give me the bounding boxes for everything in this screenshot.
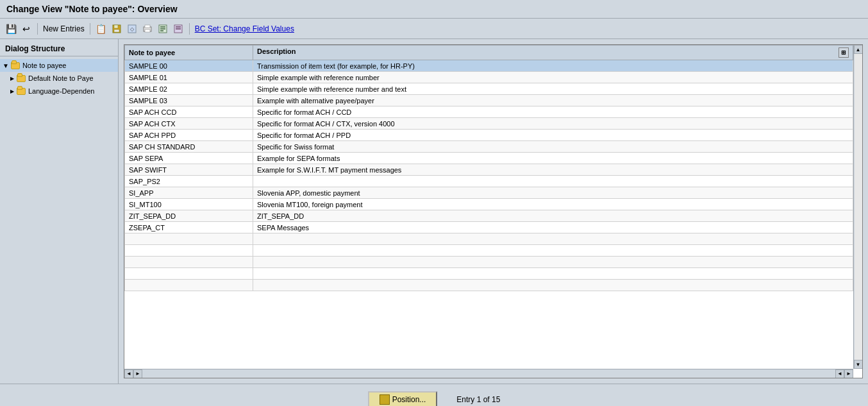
svg-rect-2 (114, 30, 119, 32)
description-cell: Specific for format ACH / PPD (253, 130, 853, 141)
table-row[interactable] (125, 257, 853, 268)
sidebar-item-label-3: Language-Dependen (28, 87, 94, 95)
payee-cell: SAP CH STANDARD (125, 141, 253, 153)
payee-cell: SAMPLE 01 (125, 72, 253, 83)
table-row[interactable]: SAMPLE 01Simple example with reference n… (125, 72, 853, 83)
position-button[interactable]: Position... (368, 391, 438, 407)
scroll-thumb[interactable] (855, 54, 862, 360)
upload-icon[interactable]: ◇ (126, 23, 138, 35)
expand-arrow-icon-3: ▶ (10, 89, 14, 94)
toolbar-separator-3 (189, 23, 190, 35)
back-icon[interactable]: ↩ (21, 23, 32, 35)
table-row[interactable]: SAMPLE 00Transmission of item text (for … (125, 60, 853, 72)
payee-cell: SAP ACH CTX (125, 118, 253, 130)
svg-text:◇: ◇ (130, 26, 135, 32)
svg-rect-1 (114, 25, 118, 28)
svg-rect-13 (176, 26, 181, 28)
svg-rect-14 (176, 28, 181, 30)
payee-cell (125, 245, 253, 257)
payee-cell: SAP ACH CCD (125, 106, 253, 118)
description-cell (253, 233, 853, 245)
svg-rect-7 (145, 30, 150, 32)
position-icon (380, 394, 390, 405)
payee-cell: SAMPLE 00 (125, 60, 253, 72)
bottom-bar: Position... Entry 1 of 15 (0, 384, 868, 406)
table-row[interactable]: SAP_PS2 (125, 176, 853, 187)
data-table-wrapper: ▲ ▼ Note to payee Description ⊞ (124, 44, 863, 378)
table-row[interactable]: SI_APPSlovenia APP, domestic payment (125, 187, 853, 199)
hscroll-left-arrow[interactable]: ◄ (124, 369, 133, 378)
table-row[interactable]: SAMPLE 02Simple example with reference n… (125, 83, 853, 95)
table-row[interactable]: SAP ACH PPDSpecific for format ACH / PPD (125, 130, 853, 141)
description-cell: Specific for Swiss format (253, 141, 853, 153)
entry-info: Entry 1 of 15 (456, 395, 500, 404)
table-row[interactable]: SI_MT100Slovenia MT100, foreign payment (125, 199, 853, 210)
hscroll-far-left-arrow[interactable]: ◄ (835, 369, 844, 378)
toolbar-separator-2 (90, 23, 90, 35)
hscroll-far-right-arrow[interactable]: ► (844, 369, 853, 378)
table-row[interactable]: ZIT_SEPA_DDZIT_SEPA_DD (125, 210, 853, 222)
data-table: Note to payee Description ⊞ SAMPLE 00Tra… (124, 45, 853, 291)
main-area: Dialog Structure ▼ Note to payee ▶ Defau… (0, 39, 868, 384)
table-row[interactable] (125, 245, 853, 257)
bc-set-label[interactable]: BC Set: Change Field Values (195, 24, 294, 33)
payee-cell (125, 268, 253, 280)
description-cell: Specific for format ACH / CTX, version 4… (253, 118, 853, 130)
sidebar-item-language-depend[interactable]: ▶ Language-Dependen (0, 85, 118, 97)
payee-cell (125, 280, 253, 291)
folder-icon (10, 60, 21, 71)
scroll-up-arrow[interactable]: ▲ (854, 45, 863, 54)
payee-cell (125, 233, 253, 245)
scroll-down-arrow[interactable]: ▼ (854, 360, 863, 369)
column-config-icon[interactable]: ⊞ (839, 47, 849, 58)
copy-icon[interactable]: 📋 (96, 23, 107, 35)
table-row[interactable] (125, 280, 853, 291)
svg-rect-9 (160, 26, 165, 28)
description-cell: SEPA Messages (253, 222, 853, 233)
table-row[interactable]: SAP ACH CTXSpecific for format ACH / CTX… (125, 118, 853, 130)
table-header: Note to payee Description ⊞ (125, 46, 853, 60)
description-cell: Example with alternative payee/payer (253, 95, 853, 106)
sidebar-title: Dialog Structure (0, 42, 118, 56)
table-row[interactable]: SAP ACH CCDSpecific for format ACH / CCD (125, 106, 853, 118)
vertical-scrollbar[interactable]: ▲ ▼ (853, 45, 862, 369)
horizontal-scrollbar[interactable]: ◄ ► ◄ ► (124, 369, 853, 378)
expand-arrow-icon: ▼ (3, 62, 9, 69)
table-row[interactable]: SAP SEPAExample for SEPA formats (125, 153, 853, 164)
sidebar-item-note-to-payee[interactable]: ▼ Note to payee (0, 59, 118, 72)
table-row[interactable] (125, 233, 853, 245)
config-icon[interactable] (172, 23, 184, 35)
table-row[interactable] (125, 268, 853, 280)
description-cell: Slovenia MT100, foreign payment (253, 199, 853, 210)
description-cell (253, 257, 853, 268)
title-bar: Change View "Note to payee": Overview (0, 0, 868, 19)
table-row[interactable]: SAMPLE 03Example with alternative payee/… (125, 95, 853, 106)
toolbar-separator-1 (37, 23, 38, 35)
description-cell: Specific for format ACH / CCD (253, 106, 853, 118)
sidebar-item-default-note[interactable]: ▶ Default Note to Paye (0, 72, 118, 85)
description-cell: Simple example with reference number (253, 72, 853, 83)
floppy-icon[interactable] (111, 23, 122, 35)
note-to-payee-header: Note to payee (125, 46, 253, 60)
save-icon[interactable]: 💾 (5, 23, 17, 35)
sidebar-item-label-2: Default Note to Paye (28, 74, 94, 82)
print-icon[interactable] (142, 23, 153, 35)
new-entries-button[interactable]: New Entries (43, 24, 85, 33)
sidebar: Dialog Structure ▼ Note to payee ▶ Defau… (0, 39, 119, 384)
table-row[interactable]: ZSEPA_CTSEPA Messages (125, 222, 853, 233)
folder-icon-2 (16, 73, 26, 83)
folder-icon-3 (16, 86, 26, 96)
print2-icon[interactable] (157, 23, 169, 35)
description-cell: Slovenia APP, domestic payment (253, 187, 853, 199)
table-row[interactable]: SAP SWIFTExample for S.W.I.F.T. MT payme… (125, 164, 853, 176)
svg-rect-11 (160, 30, 163, 31)
svg-rect-10 (160, 28, 165, 30)
description-cell (253, 280, 853, 291)
payee-cell: SAP SEPA (125, 153, 253, 164)
table-row[interactable]: SAP CH STANDARDSpecific for Swiss format (125, 141, 853, 153)
description-cell (253, 245, 853, 257)
hscroll-right-arrow[interactable]: ► (133, 369, 142, 378)
description-header: Description ⊞ (253, 46, 853, 60)
position-button-label: Position... (392, 395, 426, 404)
sidebar-item-label: Note to payee (22, 62, 67, 69)
